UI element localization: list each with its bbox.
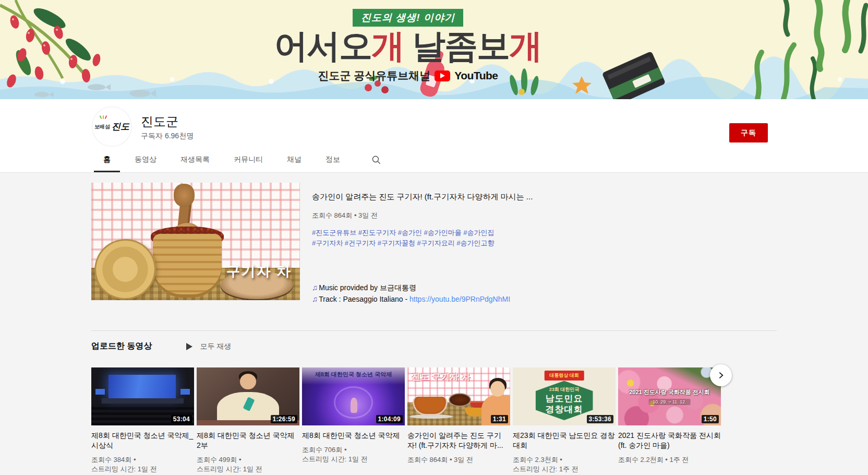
thumbnail-text: 2021 진도사랑 국화작품 전시회 xyxy=(618,388,721,396)
video-meta: 조회수 2.3천회 • 스트리밍 시간: 1주 전 xyxy=(513,455,616,474)
banner-title: 어서오개 날좀보개 xyxy=(0,29,816,64)
video-views: 조회수 2.3천회 • xyxy=(513,455,616,465)
thumbnail-ribbon-text: 대통령상 대회 xyxy=(544,371,584,381)
carousel-next-button[interactable] xyxy=(710,364,732,386)
video-duration: 1:31 xyxy=(491,415,508,423)
video-streamed-time: 스트리밍 시간: 1주 전 xyxy=(513,465,616,474)
side-screen-graphic xyxy=(95,389,105,395)
video-meta: 조회수 384회 • 스트리밍 시간: 1일 전 xyxy=(91,455,194,474)
youtube-play-icon xyxy=(435,70,450,81)
featured-video-thumbnail[interactable]: 구기자 차 xyxy=(91,183,300,300)
featured-video-title[interactable]: 송가인이 알려주는 진도 구기자! (ft.구기자차 다양하게 마시는 ... xyxy=(312,192,533,202)
channel-search-button[interactable] xyxy=(364,147,389,172)
channel-name: 진도군 xyxy=(141,113,178,130)
channel-home-content: 구기자 차 송가인이 알려주는 진도 구기자! (ft.구기자차 다양하게 마시… xyxy=(0,173,868,475)
hashtag-line-2[interactable]: #구기자차 #건구기자 #구기자꿀청 #구기자요리 #송가인고향 xyxy=(312,238,495,248)
banner-title-part: 어서오 xyxy=(274,27,371,65)
hashtag-line-1[interactable]: #진도군유튜브 #진도구기자 #송가인 #송가인마을 #송가인집 xyxy=(312,228,495,238)
banner-tagline-text: 진도군 공식유튜브채널 xyxy=(318,68,430,83)
subscriber-count: 구독자 6.96천명 xyxy=(141,132,194,141)
scoop-knob-graphic xyxy=(174,184,195,207)
video-card: 2021 진도사랑 국화작품 전시회 10. 29. ~ 11. 12. 1:5… xyxy=(618,367,721,474)
video-meta: 조회수 2.2천회 • 1주 전 xyxy=(618,455,721,465)
featured-description: ♫Music provided by 브금대통령 ♫Track : Paesag… xyxy=(312,282,510,305)
tea-cup-graphic xyxy=(413,397,448,416)
video-title[interactable]: 제23회 대한민국 남도민요 경창대회 xyxy=(513,431,616,450)
video-duration: 1:50 xyxy=(702,415,719,423)
youtube-channel-page: 진도의 생생! 이야기 어서오개 날좀보개 진도군 공식유튜브채널 YouTub… xyxy=(0,0,868,475)
video-card: 대통령상 대회 23회 대한민국 남도민요 경창대회 3:53:36 제23회 … xyxy=(513,367,616,474)
uploads-video-row: 53:04 제8회 대한민국 청소년 국악제_시상식 조회수 384회 • 스트… xyxy=(91,367,721,474)
channel-avatar[interactable]: 보배섬 진도 xyxy=(92,107,131,146)
banner-content: 진도의 생생! 이야기 어서오개 날좀보개 진도군 공식유튜브채널 YouTub… xyxy=(0,0,816,99)
play-all-button[interactable]: 모두 재생 xyxy=(179,342,231,351)
video-title[interactable]: 제8회 대한민국 청소년 국악제 2부 xyxy=(197,431,299,450)
performer-figure-graphic xyxy=(351,398,358,413)
thumbnail-text: 23회 대한민국 xyxy=(549,386,580,393)
youtube-wordmark: YouTube xyxy=(454,69,498,82)
section-divider xyxy=(91,330,777,331)
video-duration: 1:26:59 xyxy=(271,415,297,423)
video-title[interactable]: 송가인이 알려주는 진도 구기자! (ft.구기자차 다양하게 마... xyxy=(407,431,510,450)
banner-badge: 진도의 생생! 이야기 xyxy=(353,9,463,27)
banner-title-part-red: 개 xyxy=(509,27,541,65)
video-views: 조회수 2.2천회 • 1주 전 xyxy=(618,455,721,465)
video-meta: 조회수 706회 • 스트리밍 시간: 1일 전 xyxy=(302,445,405,464)
music-credit-line: ♫Music provided by 브금대통령 xyxy=(312,282,510,293)
video-title[interactable]: 제8회 대한민국 청소년 국악제_시상식 xyxy=(91,431,194,450)
video-duration: 53:04 xyxy=(171,415,192,423)
music-credit-text: Music provided by 브금대통령 xyxy=(319,283,416,292)
play-all-label: 모두 재생 xyxy=(200,342,231,351)
featured-video-details: 송가인이 알려주는 진도 구기자! (ft.구기자차 다양하게 마시는 ... … xyxy=(312,183,719,300)
stage-floor-graphic xyxy=(102,398,184,403)
video-views: 조회수 384회 • xyxy=(91,455,194,465)
side-screen-graphic xyxy=(180,389,190,395)
hexagon-emblem-graphic: 23회 대한민국 남도민요 경창대회 xyxy=(535,381,593,420)
video-duration: 1:04:09 xyxy=(376,415,403,423)
tab-playlists[interactable]: 재생목록 xyxy=(171,147,219,172)
video-streamed-time: 스트리밍 시간: 1일 전 xyxy=(197,465,299,474)
thumbnail-text: 경창대회 xyxy=(546,405,583,415)
channel-banner: 진도의 생생! 이야기 어서오개 날좀보개 진도군 공식유튜브채널 YouTub… xyxy=(0,0,868,99)
video-streamed-time: 스트리밍 시간: 1일 전 xyxy=(302,455,405,464)
tab-videos[interactable]: 동영상 xyxy=(125,147,166,172)
track-link[interactable]: https://youtu.be/9PRnPdgNhMI xyxy=(409,295,510,303)
play-icon xyxy=(186,343,192,350)
uploads-section-header: 업로드한 동영상 모두 재생 xyxy=(91,341,231,352)
avatar-text-small: 보배섬 xyxy=(94,123,110,130)
video-duration: 3:53:36 xyxy=(587,415,613,423)
video-title[interactable]: 제8회 대한민국 청소년 국악제 xyxy=(302,431,405,441)
video-streamed-time: 스트리밍 시간: 1일 전 xyxy=(91,465,194,474)
channel-header: 보배섬 진도 진도군 구독자 6.96천명 구독 홈 동영상 재생목록 커뮤니티… xyxy=(0,99,868,173)
video-card: 53:04 제8회 대한민국 청소년 국악제_시상식 조회수 384회 • 스트… xyxy=(91,367,194,474)
video-thumbnail[interactable]: 제8회 대한민국 청소년 국악제 1:04:09 xyxy=(302,367,405,425)
search-icon xyxy=(371,155,381,165)
performer-face-graphic xyxy=(240,374,257,389)
tab-home[interactable]: 홈 xyxy=(94,147,120,172)
video-thumbnail[interactable]: 1:26:59 xyxy=(197,367,299,425)
featured-video-meta: 조회수 864회 • 3일 전 xyxy=(312,211,378,220)
tab-about[interactable]: 정보 xyxy=(316,147,349,172)
stage-screen-graphic xyxy=(108,375,175,398)
featured-hashtags: #진도군유튜브 #진도구기자 #송가인 #송가인마을 #송가인집 #구기자차 #… xyxy=(312,228,495,248)
bamboo-basket-graphic xyxy=(153,234,222,298)
video-views: 조회수 706회 • xyxy=(302,445,405,455)
uploads-section-title: 업로드한 동영상 xyxy=(91,341,152,352)
video-meta: 조회수 499회 • 스트리밍 시간: 1일 전 xyxy=(197,455,299,474)
video-meta: 조회수 864회 • 3일 전 xyxy=(407,455,510,465)
video-title[interactable]: 2021 진도사랑 국화작품 전시회 (ft. 송가인 마을) xyxy=(618,431,721,450)
thumbnail-caption: 구기자 차 xyxy=(226,262,292,281)
avatar-text-large: 진도 xyxy=(112,121,129,133)
thumbnail-text: 제8회 대한민국 청소년 국악제 xyxy=(302,371,405,378)
video-thumbnail[interactable]: 대통령상 대회 23회 대한민국 남도민요 경창대회 3:53:36 xyxy=(513,367,616,425)
tab-channels[interactable]: 채널 xyxy=(278,147,311,172)
video-thumbnail[interactable]: 진도 구기자 차 1:31 xyxy=(407,367,510,425)
video-thumbnail[interactable]: 2021 진도사랑 국화작품 전시회 10. 29. ~ 11. 12. 1:5… xyxy=(618,367,721,425)
banner-title-part: 날좀보 xyxy=(404,27,509,65)
tab-community[interactable]: 커뮤니티 xyxy=(224,147,272,172)
avatar-marks-icon xyxy=(100,115,106,119)
banner-tagline: 진도군 공식유튜브채널 YouTube xyxy=(0,68,816,83)
video-thumbnail[interactable]: 53:04 xyxy=(91,367,194,425)
subscribe-button[interactable]: 구독 xyxy=(729,123,768,142)
track-credit-text: Track : Paesaggio Italiano - xyxy=(319,295,409,303)
